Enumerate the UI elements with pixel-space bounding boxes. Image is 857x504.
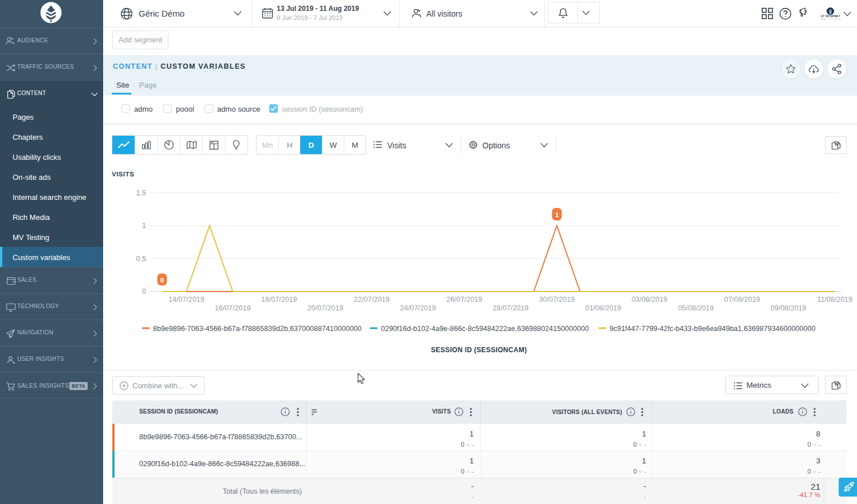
svg-text:9c91f447-7799-42fc-b433-b9e6ea: 9c91f447-7799-42fc-b433-b9e6ea949ba1,636…	[610, 325, 815, 333]
svg-text:0: 0	[142, 288, 146, 296]
svg-text:22/07/2019: 22/07/2019	[354, 296, 390, 304]
svg-text:8b9e9896-7063-4566-b67a-f78865: 8b9e9896-7063-4566-b67a-f78865839d2b,637…	[153, 325, 361, 333]
svg-text:30/07/2019: 30/07/2019	[539, 296, 575, 304]
svg-text:14/07/2019: 14/07/2019	[168, 296, 205, 304]
svg-text:1.5: 1.5	[136, 189, 146, 197]
svg-text:0.5: 0.5	[136, 255, 146, 263]
svg-text:SESSION ID (SESSIONCAM): SESSION ID (SESSIONCAM)	[431, 346, 527, 354]
svg-text:09/08/2019: 09/08/2019	[770, 304, 807, 312]
svg-text:26/07/2019: 26/07/2019	[446, 296, 482, 304]
svg-text:05/08/2019: 05/08/2019	[678, 304, 714, 312]
svg-text:24/07/2019: 24/07/2019	[400, 304, 436, 312]
svg-text:03/08/2019: 03/08/2019	[632, 296, 668, 304]
svg-text:18/07/2019: 18/07/2019	[261, 296, 297, 304]
svg-text:16/07/2019: 16/07/2019	[215, 304, 251, 312]
svg-text:0: 0	[160, 277, 164, 284]
svg-text:20/07/2019: 20/07/2019	[308, 304, 344, 312]
svg-text:VISITS: VISITS	[112, 171, 134, 178]
svg-text:1: 1	[555, 211, 559, 218]
svg-text:11/08/2019: 11/08/2019	[817, 296, 852, 304]
svg-text:0290f16d-b102-4a9e-866c-8c5948: 0290f16d-b102-4a9e-866c-8c59484222ae,636…	[381, 325, 589, 333]
svg-text:28/07/2019: 28/07/2019	[493, 304, 529, 312]
svg-text:07/08/2019: 07/08/2019	[724, 296, 760, 304]
svg-text:01/08/2019: 01/08/2019	[585, 304, 622, 312]
svg-text:1: 1	[142, 222, 146, 230]
